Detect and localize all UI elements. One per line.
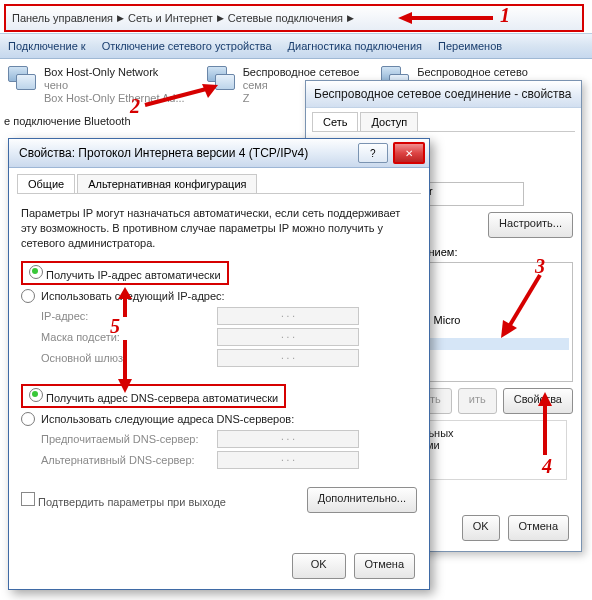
tab-access[interactable]: Доступ xyxy=(360,112,418,131)
field-dns2: . . . xyxy=(217,451,359,469)
label-dns1: Предпочитаемый DNS-сервер: xyxy=(41,433,211,445)
bc-item[interactable]: Сеть и Интернет xyxy=(128,12,213,24)
radio-manual-dns-label: Использовать следующие адреса DNS-сервер… xyxy=(41,413,294,425)
dialog-title: Свойства: Протокол Интернета версии 4 (T… xyxy=(19,146,308,160)
chevron-right-icon: ▶ xyxy=(217,13,224,23)
radio-auto-ip-label: Получить IP-адрес автоматически xyxy=(46,269,220,281)
tab-alt-config[interactable]: Альтернативная конфигурация xyxy=(77,174,257,193)
adapter-title: Box Host-Only Network xyxy=(44,66,185,79)
field-mask: . . . xyxy=(217,328,359,346)
bc-item[interactable]: Сетевые подключения xyxy=(228,12,343,24)
checkbox-confirm-label: Подтвердить параметры при выходе xyxy=(38,496,226,508)
svg-marker-5 xyxy=(501,320,517,338)
adapter-bluetooth[interactable]: е подключение Bluetooth xyxy=(4,115,131,127)
dialog-title: Беспроводное сетевое соединение - свойст… xyxy=(306,81,581,108)
adapter-title: Беспроводное сетевое xyxy=(243,66,360,79)
field-gateway: . . . xyxy=(217,349,359,367)
svg-marker-1 xyxy=(398,12,412,24)
radio-manual-dns[interactable] xyxy=(21,412,35,426)
ipv4-properties-dialog: Свойства: Протокол Интернета версии 4 (T… xyxy=(8,138,430,590)
label-dns2: Альтернативный DNS-сервер: xyxy=(41,454,211,466)
adapter-title: Беспроводное сетево xyxy=(417,66,528,79)
cancel-button[interactable]: Отмена xyxy=(354,553,415,579)
help-button[interactable]: ? xyxy=(358,143,388,163)
chevron-right-icon: ▶ xyxy=(347,13,354,23)
configure-button[interactable]: Настроить... xyxy=(488,212,573,238)
svg-line-2 xyxy=(145,88,210,105)
toolbar-connect[interactable]: Подключение к xyxy=(8,40,86,52)
network-adapter-icon xyxy=(6,66,38,92)
info-text: Параметры IP могут назначаться автоматич… xyxy=(21,206,417,251)
command-toolbar: Подключение к Отключение сетевого устрой… xyxy=(0,33,592,59)
svg-line-4 xyxy=(507,275,540,330)
svg-marker-7 xyxy=(538,392,552,406)
cancel-button[interactable]: Отмена xyxy=(508,515,569,541)
toolbar-disable[interactable]: Отключение сетевого устройства xyxy=(102,40,272,52)
svg-marker-11 xyxy=(118,379,132,393)
chevron-right-icon: ▶ xyxy=(117,13,124,23)
uninstall-button[interactable]: ить xyxy=(458,388,497,414)
radio-auto-dns-label: Получить адрес DNS-сервера автоматически xyxy=(46,392,278,404)
toolbar-rename[interactable]: Переименов xyxy=(438,40,502,52)
svg-marker-9 xyxy=(118,287,132,299)
annotation-2: 2 xyxy=(130,95,140,118)
bc-item[interactable]: Панель управления xyxy=(12,12,113,24)
field-dns1: . . . xyxy=(217,430,359,448)
radio-auto-dns[interactable] xyxy=(29,388,43,402)
annotation-1: 1 xyxy=(500,4,510,27)
advanced-button[interactable]: Дополнительно... xyxy=(307,487,417,513)
ok-button[interactable]: OK xyxy=(462,515,500,541)
radio-manual-ip[interactable] xyxy=(21,289,35,303)
ok-button[interactable]: OK xyxy=(292,553,346,579)
radio-auto-ip[interactable] xyxy=(29,265,43,279)
checkbox-confirm[interactable] xyxy=(21,492,35,506)
toolbar-diagnose[interactable]: Диагностика подключения xyxy=(288,40,422,52)
tab-network[interactable]: Сеть xyxy=(312,112,358,131)
tab-general[interactable]: Общие xyxy=(17,174,75,193)
field-ipaddr: . . . xyxy=(217,307,359,325)
close-button[interactable]: ✕ xyxy=(393,142,425,164)
